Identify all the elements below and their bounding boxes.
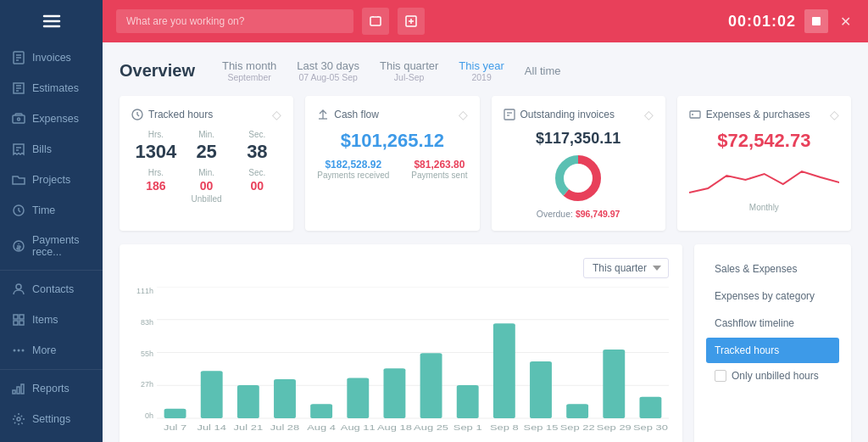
panel-item-tracked-hours[interactable]: Tracked hours [706,338,839,363]
svg-rect-53 [347,378,369,418]
sidebar-label-invoices: Invoices [32,52,71,64]
y-label-111: 111h [133,287,153,295]
svg-rect-25 [370,17,381,25]
add-icon-btn[interactable] [398,8,425,35]
svg-text:Sep 15: Sep 15 [524,423,559,432]
unbilled-min-label: Min. [182,168,231,177]
sidebar-item-more[interactable]: More [0,335,103,366]
sidebar-label-estimates: Estimates [32,82,79,94]
period-this-quarter[interactable]: This quarter Jul-Sep [380,59,438,82]
clock-icon [131,109,143,120]
svg-rect-47 [237,385,259,418]
sidebar-item-invoices[interactable]: Invoices [0,42,103,73]
card-cash-flow-title: Cash flow [334,109,379,120]
svg-rect-27 [812,17,821,25]
sidebar-divider-2 [0,369,103,370]
cash-flow-pin-icon[interactable]: ◇ [459,108,468,121]
sidebar-label-more: More [32,344,56,356]
sidebar-item-projects[interactable]: Projects [0,165,103,195]
panel-item-cashflow-timeline[interactable]: Cashflow timeline [706,311,839,336]
sidebar-item-items[interactable]: Items [0,305,103,335]
sidebar-logo[interactable] [0,0,103,42]
outstanding-pin-icon[interactable]: ◇ [644,108,654,121]
hours-grid: Hrs. Min. Sec. 1304 25 38 [131,130,281,163]
main-content: 00:01:02 ✕ Overview This month September… [103,0,868,442]
sidebar-label-expenses: Expenses [32,113,79,125]
svg-point-18 [14,350,16,352]
cashflow-sub: $182,528.92 Payments received $81,263.80… [317,159,467,180]
bar-chart-container: 111h 83h 55h 27h 0h Jul 7Jul 14Jul 21Jul… [133,287,669,435]
svg-rect-21 [13,390,15,394]
expenses-pin-icon[interactable]: ◇ [830,108,839,121]
min-label: Min. [182,130,231,139]
svg-rect-17 [19,321,24,325]
y-axis: 111h 83h 55h 27h 0h [133,287,157,435]
right-panel: Sales & Expenses Expenses by category Ca… [694,244,851,442]
card-outstanding-title: Outstanding invoices [520,109,615,120]
sidebar-label-items: Items [32,314,58,326]
sparkline [689,159,839,201]
period-this-year[interactable]: This year 2019 [459,59,504,82]
timer-stop-button[interactable] [804,9,828,33]
y-label-0: 0h [133,411,153,420]
svg-point-24 [17,417,20,421]
svg-text:Aug 11: Aug 11 [341,423,376,432]
svg-rect-16 [14,321,18,325]
card-expenses-title: Expenses & purchases [706,109,810,120]
unbilled-sec-label: Sec. [233,168,282,177]
sidebar-label-reports: Reports [32,383,70,394]
period-this-month[interactable]: This month September [222,59,276,82]
svg-text:Sep 1: Sep 1 [453,423,482,432]
svg-rect-69 [639,397,661,418]
expenses-main-val: $72,542.73 [689,130,839,152]
svg-rect-67 [603,350,625,418]
svg-rect-7 [13,115,25,123]
sidebar-item-contacts[interactable]: Contacts [0,274,103,305]
svg-rect-15 [19,315,24,319]
panel-item-expenses-category[interactable]: Expenses by category [706,283,839,309]
card-tracked-hours-header: Tracked hours ◇ [131,108,281,121]
payments-sent-val: $81,263.80 [411,159,467,171]
unbilled-min-val: 00 [182,179,231,193]
sidebar-item-expenses[interactable]: Expenses [0,104,103,134]
cash-flow-main-val: $101,265.12 [317,130,467,152]
sidebar-item-estimates[interactable]: Estimates [0,73,103,104]
svg-rect-65 [566,404,588,418]
svg-rect-14 [14,315,18,319]
card-tracked-hours-title-row: Tracked hours [131,109,213,120]
svg-point-13 [16,284,21,289]
sidebar-item-reports[interactable]: Reports [0,373,103,404]
search-input[interactable] [116,9,353,33]
sidebar: Invoices Estimates Expenses Bills Projec… [0,0,103,442]
period-all-time[interactable]: All time [525,64,561,77]
svg-rect-59 [457,385,479,418]
y-label-83: 83h [133,318,153,327]
sidebar-label-projects: Projects [32,174,70,186]
sidebar-label-bills: Bills [32,143,52,155]
sidebar-item-time[interactable]: Time [0,195,103,226]
svg-point-8 [18,118,20,120]
panel-item-sales-expenses[interactable]: Sales & Expenses [706,256,839,282]
sidebar-divider-1 [0,270,103,271]
period-last-30[interactable]: Last 30 days 07 Aug-05 Sep [297,59,359,82]
svg-text:Jul 14: Jul 14 [197,423,225,432]
pin-icon[interactable]: ◇ [272,108,281,121]
svg-rect-61 [493,323,515,418]
timer-close-button[interactable]: ✕ [837,10,854,33]
svg-rect-30 [504,109,515,120]
unbilled-row: Hrs. Min. Sec. 186 00 00 [131,168,281,193]
payments-received: $182,528.92 Payments received [317,159,389,180]
card-tracked-hours-title: Tracked hours [148,109,213,120]
sidebar-item-settings[interactable]: Settings [0,404,103,434]
only-unbilled-checkbox[interactable] [715,370,726,382]
svg-rect-45 [201,371,223,418]
svg-text:Sep 29: Sep 29 [597,423,632,432]
svg-point-20 [22,350,25,352]
sidebar-item-payments[interactable]: Payments rece... [0,226,103,266]
sidebar-label-settings: Settings [32,413,70,425]
only-unbilled-label: Only unbilled hours [732,370,819,382]
quarter-select[interactable]: This quarter Last quarter This year [583,258,669,278]
svg-text:Aug 4: Aug 4 [307,423,336,432]
timer-icon-btn[interactable] [362,8,389,35]
sidebar-item-bills[interactable]: Bills [0,134,103,165]
